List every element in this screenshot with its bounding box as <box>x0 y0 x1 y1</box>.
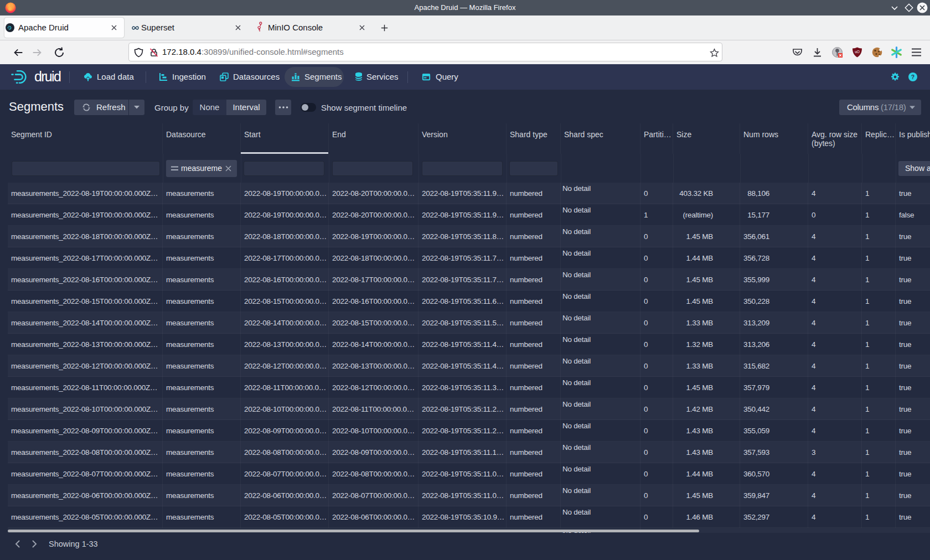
svg-text:uO: uO <box>855 50 860 54</box>
svg-text:?: ? <box>911 74 914 80</box>
